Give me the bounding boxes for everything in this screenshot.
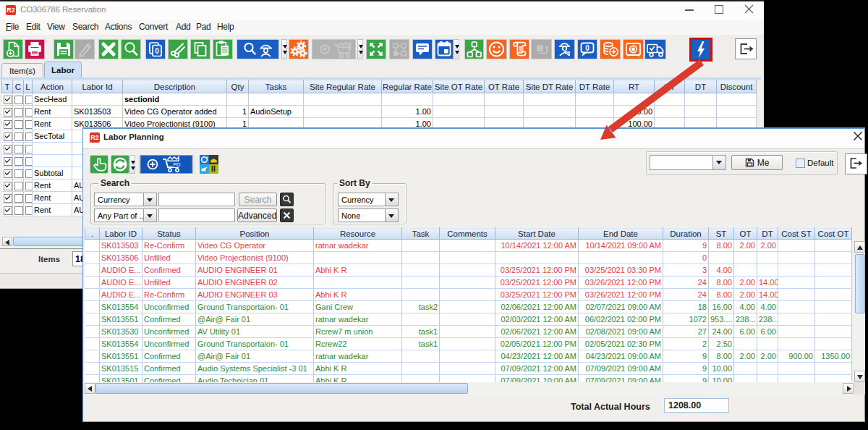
svg-text:0: 0: [155, 47, 159, 55]
svg-text:PO: PO: [173, 162, 181, 167]
svg-text:0: 0: [585, 44, 590, 52]
svg-text:PO: PO: [342, 46, 349, 51]
